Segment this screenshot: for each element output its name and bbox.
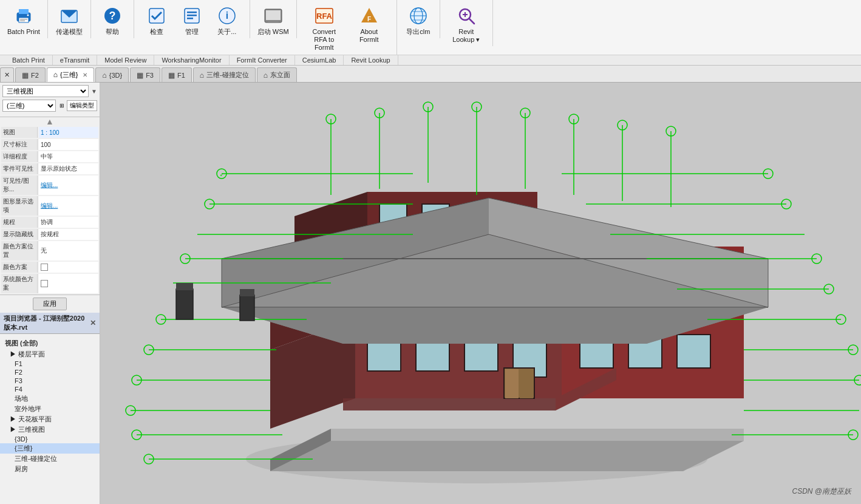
tree-item[interactable]: ▶ 楼层平面 <box>0 349 100 359</box>
check-button[interactable]: 检查 <box>140 2 173 37</box>
scroll-up-indicator[interactable]: ▲ <box>0 117 100 126</box>
tab-3d-home[interactable]: ⌂ {三维} ✕ <box>47 67 95 82</box>
property-label: 可见性/图形... <box>1 175 38 195</box>
svg-rect-48 <box>677 335 710 368</box>
property-row: 颜色方案位置无 <box>1 241 98 261</box>
tree-section: 视图 (全部)▶ 楼层平面F1F2F3F4场地室外地坪▶ 天花板平面▶ 三维视图… <box>0 336 100 475</box>
property-label: 系统颜色方案 <box>1 274 38 293</box>
tab-3d-close[interactable]: ✕ <box>83 72 87 78</box>
watermark: CSDN @南楚巫妖 <box>792 486 851 497</box>
tree-item[interactable]: ▶ 三维视图 <box>0 424 100 435</box>
batch-print-button[interactable]: Batch Print <box>5 2 43 37</box>
property-label: 颜色方案位置 <box>1 241 38 261</box>
tab-east-elev[interactable]: ⌂ 东立面 <box>257 67 297 82</box>
ribbon-group-revit-lookup: Revit Lookup ▾ <box>440 0 493 46</box>
wsm-button[interactable]: 启动 WSM <box>255 2 291 37</box>
about-icon: i <box>216 5 238 27</box>
tree-item[interactable]: F2 <box>0 368 100 376</box>
worksharing-bottom[interactable]: WorksharingMonitor <box>154 55 229 65</box>
tab-f3[interactable]: ▦ F3 <box>130 67 160 82</box>
tree-item[interactable]: 三维-碰撞定位 <box>0 454 100 464</box>
svg-rect-4 <box>20 21 25 22</box>
convert-rfa-button[interactable]: RFA Convert RFA to FormIt <box>303 2 345 53</box>
svg-rect-2 <box>19 18 29 22</box>
property-label: 视图 <box>1 127 38 138</box>
property-label: 颜色方案 <box>1 262 38 273</box>
tree-item[interactable]: ▶ 天花板平面 <box>0 414 100 424</box>
about-button[interactable]: i 关于... <box>211 2 243 37</box>
edit-type-button[interactable]: 编辑类型 <box>67 100 97 111</box>
tab-f2[interactable]: ▦ F2 <box>15 67 46 82</box>
svg-text:i: i <box>226 10 228 21</box>
tree-item[interactable]: 厨房 <box>0 464 100 474</box>
tab-close-panel[interactable]: ✕ <box>0 67 14 82</box>
ribbon-bottom: Batch Print eTransmit Model Review Works… <box>0 55 861 65</box>
property-checkbox[interactable] <box>41 264 48 271</box>
tree-item[interactable]: {3D} <box>0 435 100 443</box>
property-value[interactable]: 编辑... <box>39 196 98 216</box>
svg-rect-75 <box>520 369 533 398</box>
formit-bottom[interactable]: FormIt Converter <box>230 55 295 65</box>
building-scene: ↙ <box>100 83 861 504</box>
tree-item[interactable]: F3 <box>0 376 100 385</box>
project-tree[interactable]: 视图 (全部)▶ 楼层平面F1F2F3F4场地室外地坪▶ 天花板平面▶ 三维视图… <box>0 334 100 504</box>
batch-print-bottom[interactable]: Batch Print <box>5 55 53 65</box>
tree-item[interactable]: F4 <box>0 385 100 393</box>
etransmit-bottom[interactable]: eTransmit <box>53 55 98 65</box>
etransmit-button[interactable]: 传递模型 <box>53 2 86 37</box>
manage-button[interactable]: 管理 <box>175 2 208 37</box>
property-value[interactable]: 编辑... <box>39 175 98 195</box>
svg-rect-133 <box>240 295 254 321</box>
svg-rect-131 <box>176 289 193 319</box>
about-formit-label: About FormIt <box>350 28 388 44</box>
formit-icon: F <box>358 5 380 27</box>
revit-lookup-bottom[interactable]: Revit Lookup <box>344 55 398 65</box>
property-value: 1 : 100 <box>39 127 98 138</box>
tab-3d-brace[interactable]: ⌂ {3D} <box>95 67 129 82</box>
help-button[interactable]: ? 帮助 <box>96 2 129 37</box>
cesium-icon <box>407 5 429 27</box>
about-formit-button[interactable]: F About FormIt <box>348 2 390 45</box>
tree-item[interactable]: {三维} <box>0 443 100 454</box>
tab-f1[interactable]: ▦ F1 <box>162 67 192 82</box>
property-row: 图形显示选项编辑... <box>1 196 98 216</box>
viewport[interactable]: ↙ <box>100 83 861 504</box>
model-review-bottom[interactable]: Model Review <box>97 55 154 65</box>
main-layout: 三维视图 ▼ (三维) ⊞ 编辑类型 ▲ 视图1 : 100尺寸标注100详细程… <box>0 83 861 504</box>
revit-lookup-label: Revit Lookup ▾ <box>448 28 485 44</box>
property-row: 系统颜色方案 <box>1 274 98 293</box>
svg-text:RFA: RFA <box>316 12 333 21</box>
tree-item[interactable]: 场地 <box>0 393 100 404</box>
property-checkbox2[interactable] <box>41 280 48 287</box>
ribbon-group-help: ? 帮助 <box>91 0 134 38</box>
property-row: 规程协调 <box>1 217 98 228</box>
view-instance-dropdown[interactable]: (三维) <box>2 100 56 112</box>
export-clm-button[interactable]: 导出clm <box>402 2 435 37</box>
property-label: 显示隐藏线 <box>1 229 38 240</box>
svg-text:↙: ↙ <box>220 172 224 177</box>
manage-icon <box>181 5 203 27</box>
view-instance-row: (三维) ⊞ 编辑类型 <box>2 100 97 112</box>
property-label: 尺寸标注 <box>1 139 38 150</box>
help-label: 帮助 <box>106 28 119 36</box>
tree-item[interactable]: 室外地坪 <box>0 404 100 414</box>
apply-button[interactable]: 应用 <box>33 298 67 310</box>
viewport-canvas: ↙ <box>100 83 861 504</box>
view-type-row: 三维视图 ▼ <box>2 85 97 97</box>
home-3d-brace-icon: ⌂ <box>102 71 106 80</box>
floor-f3-icon: ▦ <box>137 71 143 80</box>
property-value: 协调 <box>39 217 98 228</box>
property-label: 详细程度 <box>1 151 38 162</box>
tree-close-button[interactable]: ✕ <box>90 319 96 327</box>
printer-icon <box>13 5 35 27</box>
cesiumlab-bottom[interactable]: CesiumLab <box>295 55 344 65</box>
tree-item[interactable]: F1 <box>0 359 100 368</box>
revit-lookup-button[interactable]: Revit Lookup ▾ <box>445 2 488 45</box>
tab-3d-locate[interactable]: ⌂ 三维-碰撞定位 <box>193 67 256 82</box>
view-type-selector: 三维视图 ▼ (三维) ⊞ 编辑类型 <box>0 83 100 117</box>
svg-rect-134 <box>240 289 254 296</box>
svg-text:?: ? <box>109 10 115 22</box>
view-type-dropdown[interactable]: 三维视图 <box>2 85 89 97</box>
svg-rect-12 <box>187 12 197 13</box>
ribbon-top: Batch Print 传递模型 <box>0 0 861 55</box>
